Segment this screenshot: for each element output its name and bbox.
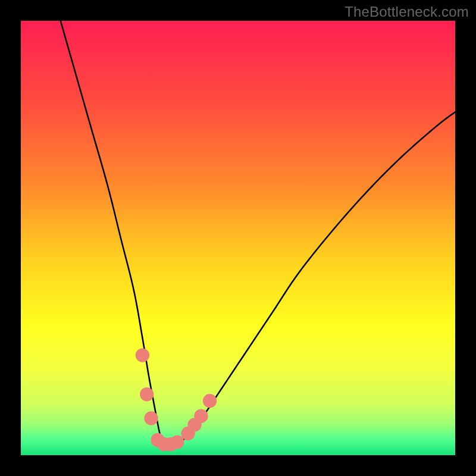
curve-marker	[194, 409, 208, 423]
chart-svg	[21, 21, 455, 455]
curve-marker	[136, 348, 149, 362]
curve-marker	[170, 435, 184, 449]
watermark-text: TheBottleneck.com	[345, 4, 469, 20]
outer-frame: TheBottleneck.com	[0, 0, 476, 476]
gradient-background	[21, 21, 455, 455]
curve-marker	[203, 394, 217, 408]
plot-area	[21, 21, 455, 455]
curve-marker	[140, 387, 154, 401]
curve-marker	[144, 411, 158, 425]
